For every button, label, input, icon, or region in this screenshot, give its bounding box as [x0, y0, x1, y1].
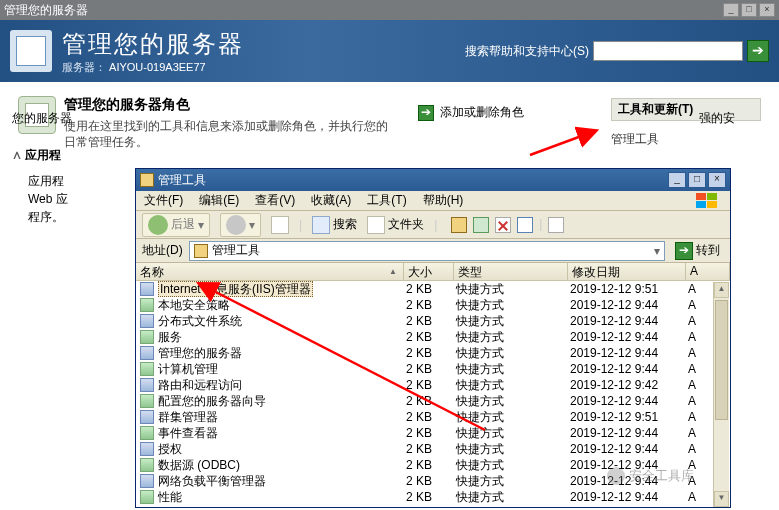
menu-edit[interactable]: 编辑(E)	[199, 192, 239, 209]
menu-tools[interactable]: 工具(T)	[367, 192, 406, 209]
app-group-header[interactable]: 应用程	[12, 147, 150, 164]
bg-close-button[interactable]: ×	[759, 3, 775, 17]
windows-flag-icon	[692, 192, 722, 210]
list-item[interactable]: 事件查看器2 KB快捷方式2019-12-12 9:44A	[136, 425, 730, 441]
list-item[interactable]: 分布式文件系统2 KB快捷方式2019-12-12 9:44A	[136, 313, 730, 329]
admin-tools-link[interactable]: 管理工具	[611, 129, 761, 149]
add-remove-roles-label: 添加或删除角色	[440, 104, 524, 121]
list-item[interactable]: 数据源 (ODBC)2 KB快捷方式2019-12-12 9:44A	[136, 457, 730, 473]
search-button[interactable]: 搜索	[312, 216, 357, 234]
address-label: 地址(D)	[142, 242, 183, 259]
admin-tools-titlebar[interactable]: 管理工具 _ □ ×	[136, 169, 730, 191]
col-header-attr[interactable]: A	[686, 263, 730, 280]
vertical-scrollbar[interactable]: ▲ ▼	[713, 282, 729, 507]
secure-fragment: 强的安	[699, 110, 735, 127]
file-list[interactable]: ▲ ▼ Internet 信息服务(IIS)管理器2 KB快捷方式2019-12…	[136, 281, 730, 507]
nav-back-button[interactable]: 后退 ▾	[142, 213, 210, 237]
scroll-down-arrow[interactable]: ▼	[714, 491, 729, 507]
views-icon[interactable]	[548, 217, 564, 233]
list-item[interactable]: 服务2 KB快捷方式2019-12-12 9:44A	[136, 329, 730, 345]
list-item[interactable]: 网络负载平衡管理器2 KB快捷方式2019-12-12 9:44A	[136, 473, 730, 489]
admin-tools-window: 管理工具 _ □ × 文件(F) 编辑(E) 查看(V) 收藏(A) 工具(T)…	[135, 168, 731, 508]
bg-window-title: 管理您的服务器	[4, 2, 88, 19]
col-header-date[interactable]: 修改日期	[568, 263, 686, 280]
address-value: 管理工具	[212, 242, 260, 259]
admin-tools-toolbar: 后退 ▾ ▾ | 搜索 文件夹 | |	[136, 211, 730, 239]
list-item[interactable]: 授权2 KB快捷方式2019-12-12 9:44A	[136, 441, 730, 457]
at-maximize-button[interactable]: □	[688, 172, 706, 188]
search-input[interactable]	[593, 41, 743, 61]
frag-1: 应用程	[28, 172, 150, 190]
server-label: 服务器：	[62, 61, 106, 73]
col-header-name[interactable]: 名称▲	[136, 263, 404, 280]
shortcut-icon	[140, 426, 154, 440]
shortcut-icon	[140, 490, 154, 504]
list-item[interactable]: 管理您的服务器2 KB快捷方式2019-12-12 9:44A	[136, 345, 730, 361]
header-title: 管理您的服务器	[62, 28, 244, 60]
admin-tools-title: 管理工具	[158, 172, 206, 189]
search-icon	[312, 216, 330, 234]
shortcut-icon	[140, 458, 154, 472]
shortcut-icon	[140, 298, 154, 312]
search-label: 搜索帮助和支持中心(S)	[465, 43, 589, 60]
go-arrow-icon: ➔	[675, 242, 693, 260]
scroll-thumb[interactable]	[715, 300, 728, 420]
frag-3: 程序。	[28, 208, 150, 226]
list-item[interactable]: 群集管理器2 KB快捷方式2019-12-12 9:51A	[136, 409, 730, 425]
list-item[interactable]: Internet 信息服务(IIS)管理器2 KB快捷方式2019-12-12 …	[136, 281, 730, 297]
undo-icon[interactable]	[517, 217, 533, 233]
server-name: AIYOU-019A3EE77	[109, 61, 206, 73]
bg-maximize-button[interactable]: □	[741, 3, 757, 17]
bg-header-banner: 管理您的服务器 服务器： AIYOU-019A3EE77 搜索帮助和支持中心(S…	[0, 20, 779, 82]
nav-back-label: 后退	[171, 216, 195, 233]
shortcut-icon	[140, 346, 154, 360]
admin-tools-menubar: 文件(F) 编辑(E) 查看(V) 收藏(A) 工具(T) 帮助(H)	[136, 191, 730, 211]
list-item[interactable]: 本地安全策略2 KB快捷方式2019-12-12 9:44A	[136, 297, 730, 313]
shortcut-icon	[140, 282, 154, 296]
shortcut-icon	[140, 362, 154, 376]
nav-up-button[interactable]	[271, 216, 289, 234]
bg-window-titlebar[interactable]: 管理您的服务器 _ □ ×	[0, 0, 779, 20]
delete-icon[interactable]	[495, 217, 511, 233]
at-close-button[interactable]: ×	[708, 172, 726, 188]
at-minimize-button[interactable]: _	[668, 172, 686, 188]
arrow-right-icon: ➔	[418, 105, 434, 121]
folder-icon	[140, 173, 154, 187]
move-to-icon[interactable]	[451, 217, 467, 233]
address-input[interactable]: 管理工具 ▾	[189, 241, 665, 261]
shortcut-icon	[140, 394, 154, 408]
add-remove-roles-link[interactable]: ➔ 添加或删除角色	[418, 104, 524, 121]
menu-favorites[interactable]: 收藏(A)	[311, 192, 351, 209]
search-go-button[interactable]: ➔	[747, 40, 769, 62]
folders-btn-label: 文件夹	[388, 216, 424, 233]
forward-arrow-icon	[226, 215, 246, 235]
menu-view[interactable]: 查看(V)	[255, 192, 295, 209]
search-btn-label: 搜索	[333, 216, 357, 233]
list-header: 名称▲ 大小 类型 修改日期 A	[136, 263, 730, 281]
col-header-type[interactable]: 类型	[454, 263, 568, 280]
list-item[interactable]: 性能2 KB快捷方式2019-12-12 9:44A	[136, 489, 730, 505]
folders-button[interactable]: 文件夹	[367, 216, 424, 234]
list-item[interactable]: 路由和远程访问2 KB快捷方式2019-12-12 9:42A	[136, 377, 730, 393]
folder-icon	[194, 244, 208, 258]
shortcut-icon	[140, 314, 154, 328]
list-item[interactable]: 计算机管理2 KB快捷方式2019-12-12 9:44A	[136, 361, 730, 377]
nav-forward-button: ▾	[220, 213, 261, 237]
menu-file[interactable]: 文件(F)	[144, 192, 183, 209]
scroll-up-arrow[interactable]: ▲	[714, 282, 729, 298]
address-go-button[interactable]: ➔ 转到	[671, 241, 724, 261]
back-arrow-icon	[148, 215, 168, 235]
up-icon	[271, 216, 289, 234]
bg-minimize-button[interactable]: _	[723, 3, 739, 17]
shortcut-icon	[140, 474, 154, 488]
server-logo-icon	[10, 30, 52, 72]
tools-updates-heading: 工具和更新(T)	[611, 98, 761, 121]
copy-to-icon[interactable]	[473, 217, 489, 233]
col-header-size[interactable]: 大小	[404, 263, 454, 280]
address-bar: 地址(D) 管理工具 ▾ ➔ 转到	[136, 239, 730, 263]
your-server-label: 您的服务器	[12, 110, 150, 127]
menu-help[interactable]: 帮助(H)	[423, 192, 464, 209]
folders-icon	[367, 216, 385, 234]
shortcut-icon	[140, 330, 154, 344]
list-item[interactable]: 配置您的服务器向导2 KB快捷方式2019-12-12 9:44A	[136, 393, 730, 409]
